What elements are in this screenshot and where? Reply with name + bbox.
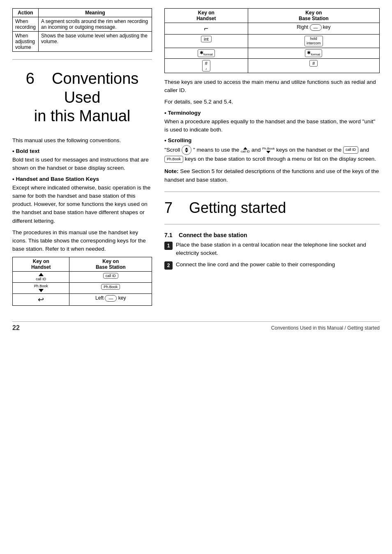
terminology-body: When a procedure applies equally to the … (164, 118, 380, 134)
down-arrow-icon (39, 289, 44, 292)
table-row: Ph.Book Ph.Book (13, 282, 152, 293)
callid-up-arrow (243, 147, 247, 150)
section7-heading: 7 Getting started (164, 199, 380, 217)
base-phbook-ref-icon: Ph.Book (164, 156, 183, 163)
table-row: #♪ # (165, 58, 380, 73)
base-right-key-cell: Right — key (248, 23, 379, 35)
step-1-badge: 1 (164, 242, 173, 250)
left-minus-key-icon: — (105, 295, 117, 302)
handset-keys-body2: The procedures in this manual use the ha… (12, 229, 152, 254)
base-phbook-cell: Ph.Book (69, 282, 152, 293)
bold-text-body: Bold text is used for messages and instr… (12, 156, 152, 173)
star-format-icon: ✱format (198, 49, 215, 57)
upper-right-keys-table: Key onHandset Key onBase Station ⌐ Right… (164, 8, 380, 73)
section6-title: Conventions Usedin this Manual (34, 70, 139, 125)
table-row: call ID call ID (13, 271, 152, 282)
page-layout: Action Meaning Whenrecording A segment s… (12, 8, 380, 309)
handset-empty-cell: ⌐ (165, 23, 248, 35)
scrolling-body: "Scroll " means to use the call ID and P… (164, 145, 380, 163)
callid-label: call ID (36, 277, 46, 281)
table-row: int holdintercom (165, 35, 380, 48)
right-minus-key-icon: — (310, 24, 322, 31)
step-1: 1 Place the base station in a central lo… (164, 241, 380, 258)
section6-heading: 6 Conventions Usedin this Manual (12, 69, 152, 126)
scroll-circle-icon (182, 145, 191, 155)
upper-base-header: Key onBase Station (248, 9, 379, 23)
divider-2 (164, 192, 380, 192)
scrolling-heading: Scrolling (164, 137, 380, 143)
scroll-down-icon (185, 150, 188, 152)
right-column: Key onHandset Key onBase Station ⌐ Right… (164, 8, 380, 309)
action-col-header: Action (13, 9, 39, 17)
up-arrow-icon (39, 273, 44, 276)
handset-hash-cell: #♪ (165, 58, 248, 73)
curved-arrow-icon: ↩ (38, 295, 44, 304)
handset-phbook-cell: Ph.Book (13, 282, 69, 293)
page-footer: 22 Conventions Used in this Manual / Get… (12, 321, 380, 332)
subsection71-number: 7.1 (164, 232, 172, 238)
step-2: 2 Connect the line cord and the power ca… (164, 261, 380, 270)
table-row: Whenrecording A segment scrolls around t… (13, 17, 152, 32)
terminology-heading: Terminology (164, 110, 380, 116)
callid-up-group: call ID (241, 147, 250, 153)
hold-intercom-icon: holdintercom (304, 36, 323, 46)
table-row: Whenadjustingvolume Shows the base volum… (13, 32, 152, 52)
backslash-icon: ⌐ (204, 24, 209, 32)
upper-handset-header: Key onHandset (165, 9, 248, 23)
base-phbook-icon: Ph.Book (101, 284, 120, 290)
phbook-down-group: Ph.Book (262, 147, 274, 153)
lower-handset-header: Key onHandset (13, 257, 69, 271)
divider (12, 59, 152, 60)
page-number: 22 (12, 324, 20, 332)
section7-number: 7 (164, 199, 173, 216)
keys-description: These keys are used to access the main m… (164, 78, 380, 95)
note-text: Note: See Section 5 for detailed descrip… (164, 167, 380, 184)
bold-text-heading: Bold text (12, 148, 152, 154)
left-column: Action Meaning Whenrecording A segment s… (12, 8, 152, 309)
note-body: See Section 5 for detailed descriptions … (164, 168, 379, 182)
table-row: ↩ Left — key (13, 293, 152, 305)
divider-3 (164, 224, 380, 224)
intro-text: This manual uses the following conventio… (12, 136, 152, 145)
callid-text: call ID (241, 150, 250, 153)
table-row: ⌐ Right — key (165, 23, 380, 35)
base-callid-icon: call ID (103, 273, 118, 279)
footer-text: Conventions Used in this Manual / Gettin… (271, 325, 380, 331)
step-1-text: Place the base station in a central loca… (176, 241, 380, 258)
handset-int-cell: int (165, 35, 248, 48)
action-meaning-table: Action Meaning Whenrecording A segment s… (12, 8, 152, 52)
note-bold: Note: (164, 168, 179, 174)
int-key-icon: int (201, 36, 212, 42)
meaning-col-header: Meaning (39, 9, 152, 17)
base-star-cell: ✱format (248, 48, 379, 58)
phbook-text: Ph.Book (262, 147, 274, 150)
section7-title: Getting started (189, 199, 286, 216)
lower-keys-table: Key onHandset Key onBase Station call ID… (12, 257, 152, 306)
meaning-cell: A segment scrolls around the rim when re… (39, 17, 152, 32)
handset-keys-body1: Except where indicated otherwise, basic … (12, 184, 152, 225)
section6-number: 6 (26, 70, 35, 87)
step-2-text: Connect the line cord and the power cabl… (176, 261, 335, 270)
scroll-up-icon (185, 148, 188, 150)
base-hash-cell: # (248, 58, 379, 73)
base-star-format-icon: ✱format (305, 49, 322, 57)
base-hold-cell: holdintercom (248, 35, 379, 48)
handset-callid-cell: call ID (13, 271, 69, 282)
meaning-cell: Shows the base volume level when adjusti… (39, 32, 152, 52)
phbook-down-arrow (266, 151, 270, 153)
table-row: ✱format ✱format (165, 48, 380, 58)
handset-curved-cell: ↩ (13, 293, 69, 305)
subsection71: 7.1 Connect the base station (164, 232, 380, 238)
handset-hash-icon: #♪ (202, 60, 210, 72)
base-callid-cell: call ID (69, 271, 152, 282)
action-cell: Whenrecording (13, 17, 39, 32)
keys-reference: For details, see 5.2 and 5.4. (164, 98, 380, 106)
subsection71-title: Connect the base station (179, 232, 247, 238)
lower-base-header: Key onBase Station (69, 257, 152, 271)
handset-star-cell: ✱format (165, 48, 248, 58)
base-left-key-cell: Left — key (69, 293, 152, 305)
base-callid-ref-icon: call ID (343, 146, 358, 154)
step-2-badge: 2 (164, 261, 173, 270)
action-cell: Whenadjustingvolume (13, 32, 39, 52)
base-hash-icon: # (309, 60, 318, 67)
